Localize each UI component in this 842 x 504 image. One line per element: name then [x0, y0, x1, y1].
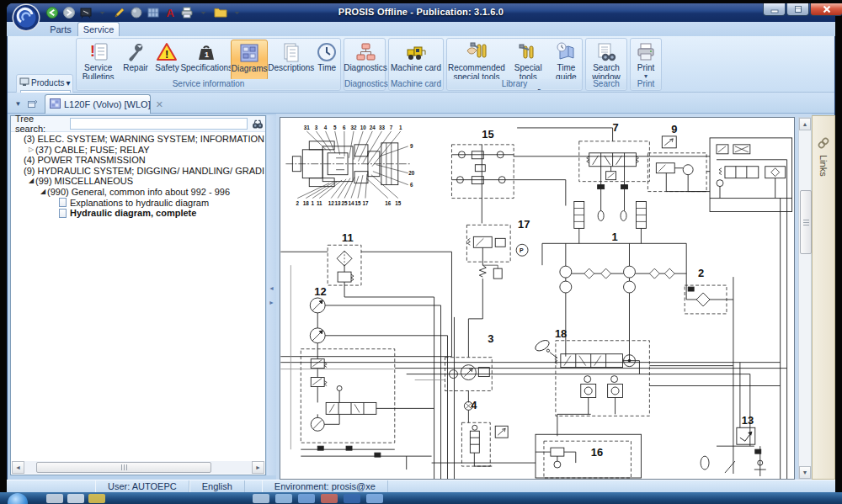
screen-icon[interactable]: [78, 5, 93, 19]
font-a-icon[interactable]: A: [163, 5, 177, 19]
specifications-button[interactable]: 1Specifications: [182, 40, 231, 81]
tree-search-input[interactable]: [70, 118, 248, 130]
diagram-label-17: 17: [518, 218, 530, 231]
tree-item-hydraulic-diagram-complete[interactable]: Hydraulic diagram, complete: [12, 208, 264, 219]
caret-icon[interactable]: [196, 5, 210, 19]
expand-right-icon[interactable]: ►: [269, 300, 274, 305]
orb-icon[interactable]: [129, 5, 143, 19]
float-window-button[interactable]: [26, 98, 39, 109]
callout-number-14: 14: [349, 200, 354, 206]
machine-card-button[interactable]: Machine card: [390, 40, 442, 81]
diagram-label-4: 4: [471, 399, 477, 411]
tree-item-9-hydraulic-system-digging-han[interactable]: (9) HYDRAULIC SYSTEM; DIGGING/ HANDLING/…: [12, 166, 264, 177]
repair-button[interactable]: Repair: [119, 40, 152, 81]
ribbon-group-search: Search windowSearch: [585, 38, 627, 91]
descriptions-button[interactable]: Descriptions: [268, 40, 314, 81]
taskbar-app-3[interactable]: [88, 494, 105, 503]
search-binoculars-icon[interactable]: [250, 117, 265, 130]
application-menu-orb[interactable]: [11, 3, 41, 33]
tree-item-label: Hydraulic diagram, complete: [70, 208, 196, 219]
tree-item-37-cable-fuse-relay[interactable]: ▷(37) CABLE; FUSE; RELAY: [12, 145, 264, 156]
ribbon-group-print: Print▾Print: [630, 38, 662, 91]
close-button[interactable]: [810, 3, 842, 16]
tree-item-3-elec-system-warning-system-i[interactable]: (3) ELEC. SYSTEM; WARNING SYSTEM; INFORM…: [12, 134, 264, 145]
printer-small-icon[interactable]: [179, 5, 194, 19]
search-window-button[interactable]: Search window: [587, 40, 626, 81]
taskbar-app-2[interactable]: [67, 494, 84, 503]
pencil-icon[interactable]: [112, 5, 126, 19]
time-book-icon: [555, 41, 577, 63]
document-tab-l120f[interactable]: L120F (Volvo) [WLO] ✕: [45, 94, 151, 114]
diagnostics-button[interactable]: Diagnostics: [345, 40, 386, 81]
products-dropdown-button[interactable]: Products ▾: [19, 77, 72, 88]
tree-horizontal-scrollbar: ◄ ►: [12, 461, 264, 474]
tree-item-explanations-to-hydraulic-diag[interactable]: Explanations to hydraulic diagram: [12, 198, 264, 209]
taskbar-app-1[interactable]: [46, 494, 63, 503]
expanded-icon[interactable]: ◢: [39, 187, 47, 198]
time-guide-button[interactable]: Time guide: [552, 40, 581, 81]
grid-icon[interactable]: [146, 5, 160, 19]
callout-number-25: 25: [342, 200, 348, 206]
scrollbar-thumb[interactable]: [800, 190, 812, 254]
button-label: Diagnostics: [344, 64, 387, 73]
print-button[interactable]: Print▾: [632, 40, 660, 81]
scroll-right-arrow[interactable]: ►: [252, 461, 264, 474]
scrollbar-thumb[interactable]: [36, 462, 211, 473]
close-tab-icon[interactable]: ✕: [156, 99, 163, 110]
document-page-icon: [59, 209, 67, 218]
status-bar: User: AUTOEPC English Environment: prosi…: [7, 480, 835, 492]
service-bulletins-button[interactable]: !Service Bulletins: [77, 40, 119, 81]
tree-item-4-power-transmission[interactable]: (4) POWER TRANSMISSION: [12, 155, 264, 166]
panel-splitter[interactable]: ◄ ►: [267, 115, 276, 475]
taskbar-app-4[interactable]: [253, 494, 269, 503]
callout-number-4: 4: [324, 125, 328, 130]
tree-search-row: Tree search:: [11, 116, 265, 132]
leader-line: [319, 180, 342, 198]
taskbar-app-6[interactable]: [298, 494, 315, 503]
diagram-page[interactable]: 3134563210243371218111121325141517920616…: [280, 117, 795, 480]
back-icon[interactable]: [45, 5, 59, 19]
scroll-down-arrow[interactable]: ▼: [799, 466, 811, 479]
restore-button[interactable]: [786, 3, 809, 16]
callout-number-3: 3: [315, 125, 318, 130]
quick-access-toolbar: A: [45, 5, 244, 19]
tree-search-label: Tree search:: [15, 114, 67, 134]
links-side-tab[interactable]: Links: [812, 115, 835, 480]
ribbon-buttons: Diagnostics: [345, 40, 384, 81]
expanded-icon[interactable]: ◢: [27, 176, 35, 187]
wrench-icon: [125, 41, 147, 63]
tree-item-label: (990) General, common info about 992 - 9…: [47, 187, 230, 198]
diagrams-button[interactable]: Diagrams: [231, 40, 268, 81]
taskbar-app-9[interactable]: [366, 494, 383, 503]
tab-list-dropdown-button[interactable]: ▼: [12, 98, 24, 109]
special-tools-catalog-button[interactable]: Special tools catalog: [505, 40, 552, 81]
leader-line: [358, 131, 372, 162]
taskbar-app-7[interactable]: [321, 494, 338, 503]
forward-icon[interactable]: [61, 5, 76, 19]
time-button[interactable]: Time: [314, 40, 339, 81]
recommended-special-tools-button[interactable]: Recommended special tools: [448, 40, 505, 81]
taskbar-app-8[interactable]: [344, 494, 360, 503]
collapse-left-icon[interactable]: ◄: [269, 285, 274, 291]
leader-line: [365, 174, 367, 199]
diagram-viewer: 3134563210243371218111121325141517920616…: [276, 114, 812, 480]
tree-item-label: (99) MISCELLANEOUS: [35, 176, 133, 187]
minimize-button[interactable]: [763, 3, 786, 16]
scroll-up-arrow[interactable]: ▲: [799, 118, 811, 130]
collapsed-icon[interactable]: ▷: [27, 145, 35, 156]
tree-item-99-miscellaneous[interactable]: ◢(99) MISCELLANEOUS: [12, 176, 264, 187]
svg-text:!: !: [165, 48, 168, 61]
tree-item-990-general-common-info-about-[interactable]: ◢(990) General, common info about 992 - …: [12, 187, 264, 198]
tree-item-label: (3) ELEC. SYSTEM; WARNING SYSTEM; INFORM…: [24, 134, 264, 145]
diagram-grid-icon: [50, 97, 61, 112]
caret-icon[interactable]: [230, 5, 244, 19]
group-label-machine-card: Machine card: [389, 79, 443, 89]
folder-icon[interactable]: [213, 5, 227, 19]
taskbar-app-5[interactable]: [275, 494, 292, 503]
tab-parts[interactable]: Parts: [40, 22, 81, 36]
tab-service[interactable]: Service: [77, 22, 120, 36]
start-orb[interactable]: [8, 493, 28, 504]
scroll-left-arrow[interactable]: ◄: [12, 461, 24, 474]
safety-button[interactable]: !Safety: [152, 40, 182, 81]
caret-icon[interactable]: [95, 5, 109, 19]
